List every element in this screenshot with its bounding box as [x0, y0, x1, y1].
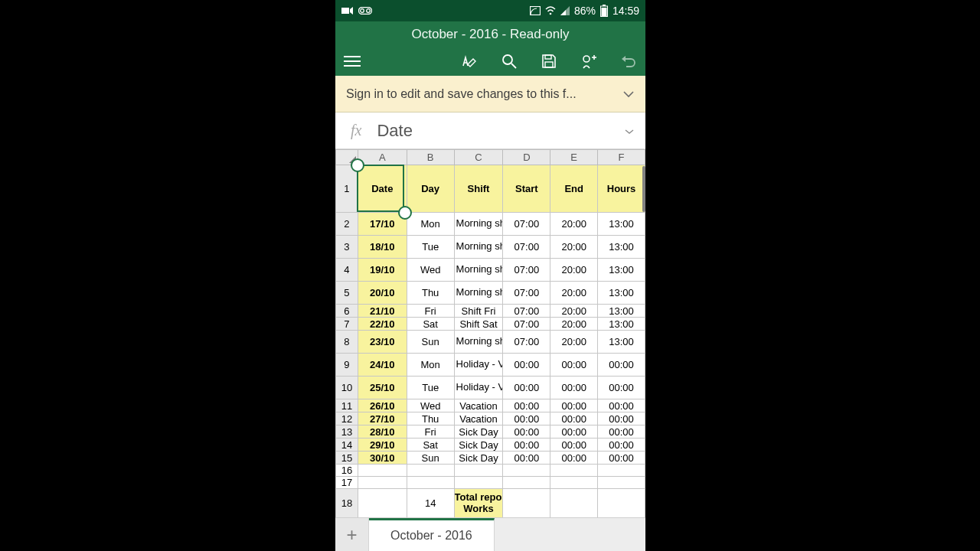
chevron-down-icon[interactable]	[624, 125, 635, 137]
cell-empty[interactable]	[598, 477, 645, 489]
undo-icon[interactable]	[619, 52, 638, 70]
row-head[interactable]: 3	[336, 236, 358, 259]
cell-date[interactable]: 17/10	[358, 213, 407, 236]
row-head[interactable]: 15	[336, 452, 358, 465]
cell-hours[interactable]: 00:00	[598, 377, 645, 399]
col-A[interactable]: A	[358, 150, 407, 165]
cell-empty[interactable]	[358, 465, 407, 477]
header-end[interactable]: End	[550, 165, 598, 213]
cell-start[interactable]: 00:00	[503, 354, 550, 377]
scrollbar-vertical[interactable]	[642, 166, 645, 212]
col-D[interactable]: D	[503, 150, 550, 165]
cell-shift[interactable]: Vacation	[454, 399, 503, 412]
cell-hours[interactable]: 13:00	[598, 259, 645, 282]
summary-row[interactable]: 1814Total reports:Works	[336, 489, 645, 518]
cell-hours[interactable]: 13:00	[598, 331, 645, 354]
header-date[interactable]: Date	[358, 165, 407, 213]
cell-start[interactable]: 07:00	[503, 259, 550, 282]
chevron-down-icon[interactable]	[616, 87, 635, 101]
cell-end[interactable]: 20:00	[550, 282, 598, 305]
header-day[interactable]: Day	[407, 165, 454, 213]
cell-start[interactable]: 00:00	[503, 425, 550, 439]
cell-end[interactable]: 20:00	[550, 318, 598, 331]
sheet-tab-active[interactable]: October - 2016	[369, 518, 495, 551]
cell-empty[interactable]	[454, 465, 503, 477]
cell-day[interactable]: Tue	[407, 377, 454, 399]
cell-hours[interactable]: 00:00	[598, 354, 645, 377]
cell-day[interactable]: Thu	[407, 282, 454, 305]
cell-day[interactable]: Fri	[407, 425, 454, 439]
cell-shift[interactable]: Vacation	[454, 412, 503, 425]
cell-empty[interactable]	[550, 489, 598, 518]
cell-empty[interactable]	[503, 489, 550, 518]
cell-day[interactable]: Sun	[407, 452, 454, 465]
table-row[interactable]: 924/10MonHoliday - Vacation00:0000:0000:…	[336, 354, 645, 377]
cell-shift[interactable]: Sick Day	[454, 452, 503, 465]
column-header-row[interactable]: A B C D E F	[336, 150, 645, 165]
cell-end[interactable]: 00:00	[550, 377, 598, 399]
row-head[interactable]: 11	[336, 399, 358, 412]
row-head[interactable]: 16	[336, 465, 358, 477]
cell-day[interactable]: Mon	[407, 354, 454, 377]
header-row[interactable]: 1 Date Day Shift Start End Hours	[336, 165, 645, 213]
cell-date[interactable]: 23/10	[358, 331, 407, 354]
cell-start[interactable]: 07:00	[503, 282, 550, 305]
add-sheet-button[interactable]: +	[335, 518, 369, 551]
cell-date[interactable]: 19/10	[358, 259, 407, 282]
cell-date[interactable]: 20/10	[358, 282, 407, 305]
cell-end[interactable]: 00:00	[550, 439, 598, 452]
cell-shift[interactable]: Morning shift	[454, 331, 503, 354]
select-all-corner[interactable]	[336, 150, 358, 165]
cell-start[interactable]: 00:00	[503, 439, 550, 452]
cell-start[interactable]: 00:00	[503, 399, 550, 412]
header-shift[interactable]: Shift	[454, 165, 503, 213]
cell-date[interactable]: 29/10	[358, 439, 407, 452]
row-head[interactable]: 1	[336, 165, 358, 213]
format-icon[interactable]	[460, 52, 479, 70]
cell-end[interactable]: 00:00	[550, 354, 598, 377]
table-row[interactable]: 1328/10FriSick Day00:0000:0000:00	[336, 425, 645, 439]
col-E[interactable]: E	[550, 150, 598, 165]
table-row[interactable]: 1429/10SatSick Day00:0000:0000:00	[336, 439, 645, 452]
cell-end[interactable]: 00:00	[550, 412, 598, 425]
share-icon[interactable]	[580, 52, 598, 70]
row-head[interactable]: 5	[336, 282, 358, 305]
row-head[interactable]: 4	[336, 259, 358, 282]
table-row[interactable]: 823/10SunMorning shift07:0020:0013:00	[336, 331, 645, 354]
row-head[interactable]: 6	[336, 305, 358, 318]
row-head[interactable]: 8	[336, 331, 358, 354]
cell-date[interactable]: 21/10	[358, 305, 407, 318]
cell-end[interactable]: 20:00	[550, 236, 598, 259]
cell-hours[interactable]: 13:00	[598, 236, 645, 259]
row-head[interactable]: 14	[336, 439, 358, 452]
table-row[interactable]: 1126/10WedVacation00:0000:0000:00	[336, 399, 645, 412]
cell-empty[interactable]	[407, 477, 454, 489]
cell-hours[interactable]: 13:00	[598, 318, 645, 331]
cell-start[interactable]: 07:00	[503, 305, 550, 318]
cell-end[interactable]: 20:00	[550, 259, 598, 282]
cell-end[interactable]: 20:00	[550, 305, 598, 318]
table-row[interactable]: 17	[336, 477, 645, 489]
table-row[interactable]: 1227/10ThuVacation00:0000:0000:00	[336, 412, 645, 425]
cell-day[interactable]: Fri	[407, 305, 454, 318]
cell-shift[interactable]: Morning shift	[454, 236, 503, 259]
cell-day[interactable]: Sat	[407, 318, 454, 331]
cell-start[interactable]: 07:00	[503, 213, 550, 236]
cell-empty[interactable]	[503, 465, 550, 477]
row-head[interactable]: 17	[336, 477, 358, 489]
summary-label[interactable]: Total reports:Works	[454, 489, 503, 518]
cell-day[interactable]: Tue	[407, 236, 454, 259]
cell-start[interactable]: 00:00	[503, 377, 550, 399]
cell-day[interactable]: Mon	[407, 213, 454, 236]
cell-start[interactable]: 07:00	[503, 236, 550, 259]
cell-empty[interactable]	[358, 489, 407, 518]
col-B[interactable]: B	[407, 150, 454, 165]
cell-date[interactable]: 24/10	[358, 354, 407, 377]
header-hours[interactable]: Hours	[598, 165, 645, 213]
cell-shift[interactable]: Shift Fri	[454, 305, 503, 318]
cell-end[interactable]: 20:00	[550, 213, 598, 236]
cell-empty[interactable]	[503, 477, 550, 489]
header-start[interactable]: Start	[503, 165, 550, 213]
table-row[interactable]: 1530/10SunSick Day00:0000:0000:00	[336, 452, 645, 465]
cell-date[interactable]: 27/10	[358, 412, 407, 425]
